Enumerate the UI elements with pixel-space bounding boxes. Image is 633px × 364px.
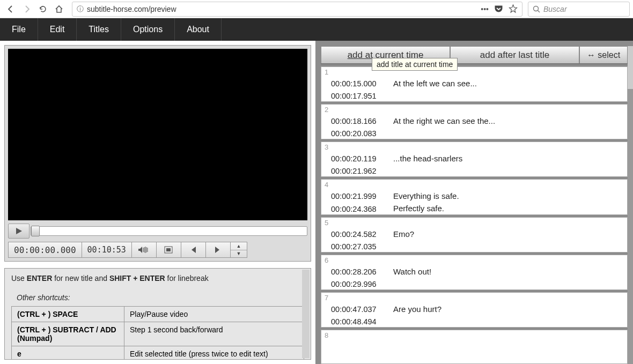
subtitle-number: 1 — [325, 68, 328, 76]
menu-edit[interactable]: Edit — [38, 18, 77, 41]
svg-rect-3 — [166, 248, 171, 251]
table-row: (CTRL + ) SUBTRACT / ADD (Numpad)Step 1 … — [12, 322, 304, 346]
svg-line-1 — [538, 10, 540, 12]
subtitle-number: 8 — [325, 331, 328, 339]
current-time: 00:00:00.000 — [8, 242, 82, 258]
home-button[interactable] — [51, 2, 67, 17]
next-button[interactable] — [205, 242, 230, 258]
search-box[interactable]: Buscar — [528, 2, 630, 17]
scrollbar-thumb[interactable] — [628, 46, 633, 89]
subtitle-times[interactable]: 00:00:20.11900:00:21.962 — [323, 144, 388, 172]
duration: 00:10:53 — [82, 242, 131, 258]
svg-point-0 — [534, 6, 539, 11]
subtitle-text[interactable]: ...the head-snarlers — [388, 144, 627, 172]
subtitle-text[interactable]: At the left we can see... — [388, 69, 627, 97]
help-panel: Use ENTER for new title and SHIFT + ENTE… — [4, 268, 311, 360]
subtitle-text[interactable]: Emo? — [388, 220, 627, 248]
subtitle-number: 2 — [325, 106, 328, 114]
help-scrollbar[interactable] — [302, 270, 310, 358]
step-down-icon[interactable]: ▼ — [231, 250, 247, 258]
subtitle-scrollbar[interactable] — [628, 46, 633, 364]
table-row: (CTRL + ) SPACEPlay/Pause video — [12, 307, 304, 322]
video-panel: 00:00:00.000 00:10:53 ▲ ▼ — [4, 45, 311, 262]
subtitle-number: 6 — [325, 256, 328, 264]
more-icon[interactable]: ••• — [481, 5, 489, 13]
subtitle-row[interactable]: 600:00:28.20600:00:29.996Watch out! — [321, 255, 628, 290]
video-canvas[interactable] — [8, 49, 307, 220]
seek-thumb[interactable] — [31, 226, 40, 236]
site-info-icon[interactable]: ⓘ — [77, 4, 84, 14]
pocket-icon[interactable] — [494, 4, 503, 13]
subtitle-row[interactable]: 500:00:24.58200:00:27.035Emo? — [321, 217, 628, 252]
subtitle-row[interactable]: 200:00:18.16600:00:20.083At the right we… — [321, 104, 628, 139]
subtitle-start: 00:00:18.166 — [331, 115, 388, 128]
back-button[interactable] — [3, 2, 18, 17]
subtitle-number: 7 — [325, 294, 328, 302]
seek-slider[interactable] — [31, 226, 307, 236]
subtitle-number: 5 — [325, 219, 328, 227]
help-intro: Use ENTER for new title and SHIFT + ENTE… — [11, 274, 304, 283]
subtitle-row[interactable]: 400:00:21.99900:00:24.368Everything is s… — [321, 179, 628, 214]
menu-about[interactable]: About — [175, 18, 222, 41]
subtitle-times[interactable]: 00:00:21.99900:00:24.368 — [323, 182, 388, 210]
subtitle-list[interactable]: 100:00:15.00000:00:17.951At the left we … — [321, 66, 628, 364]
app-menu-bar: File Edit Titles Options About — [0, 18, 633, 41]
subtitle-start: 00:00:20.119 — [331, 153, 388, 165]
subtitle-row[interactable]: 100:00:15.00000:00:17.951At the left we … — [321, 66, 628, 102]
subtitle-start: 00:00:28.206 — [331, 266, 388, 278]
subtitle-text[interactable]: Watch out! — [388, 257, 627, 285]
bookmark-star-icon[interactable] — [509, 4, 518, 13]
search-placeholder: Buscar — [543, 5, 567, 13]
subtitle-row[interactable]: 700:00:47.03700:00:48.494Are you hurt? — [321, 292, 628, 328]
subtitle-end: 00:00:48.494 — [331, 316, 388, 328]
subtitle-row[interactable]: 300:00:20.11900:00:21.962...the head-sna… — [321, 142, 628, 177]
subtitle-text[interactable] — [388, 332, 627, 359]
tooltip: add title at current time — [372, 58, 458, 71]
url-bar[interactable]: ⓘ subtitle-horse.com/preview ••• — [72, 2, 522, 17]
subtitle-end: 00:00:21.962 — [331, 165, 388, 177]
fullscreen-button[interactable] — [156, 242, 181, 258]
subtitle-times[interactable]: 00:00:28.20600:00:29.996 — [323, 257, 388, 285]
prev-button[interactable] — [181, 242, 205, 258]
subtitle-times[interactable]: 00:00:47.03700:00:48.494 — [323, 295, 388, 323]
browser-toolbar: ⓘ subtitle-horse.com/preview ••• Buscar — [0, 0, 633, 18]
subtitle-times[interactable]: 00:00:15.00000:00:17.951 — [323, 69, 388, 97]
volume-button[interactable] — [131, 242, 156, 258]
subtitle-tabs: add at current time add after last title… — [321, 46, 628, 64]
play-button[interactable] — [8, 224, 30, 239]
subtitle-start: 00:00:47.037 — [331, 303, 388, 316]
menu-options[interactable]: Options — [121, 18, 175, 41]
subtitle-text[interactable]: Everything is safe. Perfectly safe. — [388, 182, 627, 210]
subtitle-end: 00:00:24.368 — [331, 203, 388, 216]
subtitle-end: 00:00:27.035 — [331, 241, 388, 253]
subtitle-times[interactable]: 00:00:24.58200:00:27.035 — [323, 220, 388, 248]
subtitle-times[interactable] — [323, 332, 388, 359]
subtitle-start: 00:00:15.000 — [331, 78, 388, 90]
subtitle-number: 4 — [325, 181, 328, 189]
subtitle-end: 00:00:17.951 — [331, 90, 388, 102]
menu-file[interactable]: File — [0, 18, 38, 41]
shortcuts-heading: Other shortcuts: — [11, 293, 304, 302]
table-row: eEdit selected title (press twice to edi… — [12, 346, 304, 360]
subtitle-times[interactable]: 00:00:18.16600:00:20.083 — [323, 107, 388, 135]
subtitle-start: 00:00:21.999 — [331, 190, 388, 203]
menu-titles[interactable]: Titles — [77, 18, 121, 41]
subtitle-end: 00:00:20.083 — [331, 128, 388, 140]
tab-add-after[interactable]: add after last title — [450, 46, 579, 63]
reload-button[interactable] — [35, 2, 50, 17]
tab-select[interactable]: ↔ select — [579, 46, 628, 63]
search-icon — [533, 5, 540, 13]
step-spinner[interactable]: ▲ ▼ — [230, 242, 247, 258]
subtitle-text[interactable]: Are you hurt? — [388, 295, 627, 323]
subtitle-start: 00:00:24.582 — [331, 228, 388, 241]
shortcuts-table: (CTRL + ) SPACEPlay/Pause video (CTRL + … — [11, 306, 304, 360]
step-up-icon[interactable]: ▲ — [231, 242, 247, 250]
subtitle-end: 00:00:29.996 — [331, 278, 388, 291]
url-text: subtitle-horse.com/preview — [87, 5, 477, 13]
subtitle-row[interactable]: 8 — [321, 330, 628, 364]
forward-button[interactable] — [19, 2, 34, 17]
subtitle-number: 3 — [325, 143, 328, 151]
subtitle-text[interactable]: At the right we can see the... — [388, 107, 627, 135]
